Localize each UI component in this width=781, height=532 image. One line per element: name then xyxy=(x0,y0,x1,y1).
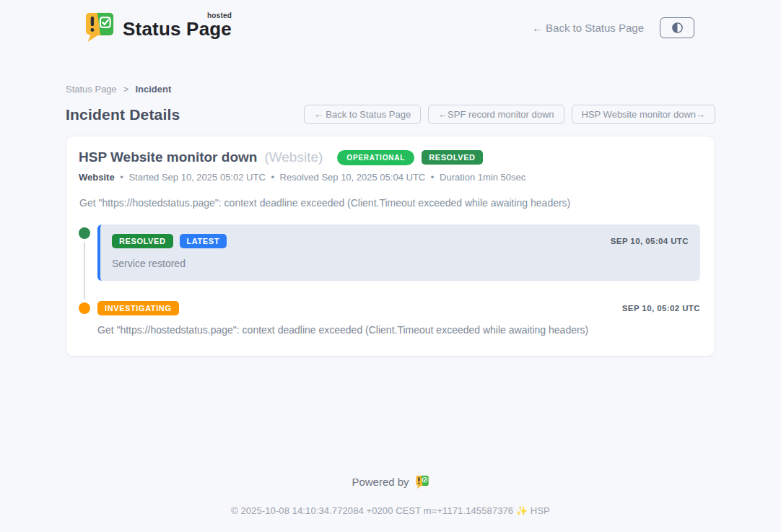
incident-nav-buttons: ← Back to Status Page ←SPF record monito… xyxy=(304,105,715,124)
back-to-status-page-link[interactable]: ← Back to Status Page xyxy=(532,22,644,34)
page-title: Incident Details xyxy=(66,106,180,123)
timeline-message: Service restored xyxy=(112,258,689,269)
meta-resolved: Resolved Sep 10, 2025 05:04 UTC xyxy=(280,172,426,183)
timeline-timestamp: SEP 10, 05:02 UTC xyxy=(622,304,700,313)
timeline-update-plain: INVESTIGATING SEP 10, 05:02 UTC Get "htt… xyxy=(97,300,700,336)
theme-toggle-button[interactable] xyxy=(660,17,694,38)
resolved-status-badge: RESOLVED xyxy=(422,150,483,165)
incident-component: (Website) xyxy=(264,149,323,165)
brand-name: Status Page xyxy=(123,19,232,39)
meta-duration: Duration 1min 50sec xyxy=(440,172,525,183)
timeline-entry-investigating: INVESTIGATING SEP 10, 05:02 UTC Get "htt… xyxy=(79,300,700,336)
breadcrumb-status-page[interactable]: Status Page xyxy=(66,84,117,95)
footer: Powered by © 2025-10-08 14:10:34.772084 … xyxy=(0,474,781,532)
breadcrumb-separator: > xyxy=(123,84,129,95)
header: hosted Status Page ← Back to Status Page xyxy=(0,0,781,43)
latest-update-badge: LATEST xyxy=(180,234,227,248)
investigating-update-badge: INVESTIGATING xyxy=(97,301,179,315)
brand-logo[interactable]: hosted Status Page xyxy=(84,10,232,43)
contrast-icon xyxy=(671,21,684,35)
timeline-dot-orange xyxy=(79,302,90,314)
meta-component: Website xyxy=(79,172,115,183)
meta-started: Started Sep 10, 2025 05:02 UTC xyxy=(128,172,265,183)
timeline-update-header: INVESTIGATING SEP 10, 05:02 UTC xyxy=(97,301,700,315)
meta-separator: • xyxy=(431,172,435,183)
incident-title: HSP Website monitor down xyxy=(79,149,257,165)
timeline-dot-green xyxy=(79,227,90,239)
breadcrumb-incident: Incident xyxy=(135,84,171,95)
timeline-update-box: RESOLVED LATEST SEP 10, 05:04 UTC Servic… xyxy=(97,224,700,281)
incident-description: Get "https://hostedstatus.page": context… xyxy=(79,197,700,209)
copyright-line: © 2025-10-08 14:10:34.772084 +0200 CEST … xyxy=(0,505,781,516)
page-root: hosted Status Page ← Back to Status Page… xyxy=(0,0,781,532)
back-to-status-page-button[interactable]: ← Back to Status Page xyxy=(304,105,421,124)
main-content: Status Page > Incident Incident Details … xyxy=(66,43,715,357)
powered-by: Powered by xyxy=(0,474,781,489)
incident-meta: Website • Started Sep 10, 2025 05:02 UTC… xyxy=(79,172,700,183)
timeline-update-header: RESOLVED LATEST SEP 10, 05:04 UTC xyxy=(112,234,689,248)
incident-card-header: HSP Website monitor down (Website) OPERA… xyxy=(79,149,700,165)
resolved-update-badge: RESOLVED xyxy=(112,234,173,248)
meta-separator: • xyxy=(271,172,274,183)
next-incident-button[interactable]: HSP Website monitor down→ xyxy=(572,105,715,124)
timeline-entry-resolved: RESOLVED LATEST SEP 10, 05:04 UTC Servic… xyxy=(79,224,700,281)
timeline-timestamp: SEP 10, 05:04 UTC xyxy=(611,237,689,245)
header-actions: ← Back to Status Page xyxy=(532,17,694,38)
incident-timeline: RESOLVED LATEST SEP 10, 05:04 UTC Servic… xyxy=(79,224,700,336)
timeline-message: Get "https://hostedstatus.page": context… xyxy=(97,324,700,336)
powered-by-logo-icon[interactable] xyxy=(415,474,429,489)
brand-logo-text: hosted Status Page xyxy=(123,10,232,39)
brand-logo-icon xyxy=(84,10,115,43)
breadcrumb: Status Page > Incident xyxy=(66,84,715,95)
prev-incident-button[interactable]: ←SPF record monitor down xyxy=(428,105,564,124)
operational-badge: OPERATIONAL xyxy=(337,150,414,165)
powered-by-label: Powered by xyxy=(352,476,409,488)
title-row: Incident Details ← Back to Status Page ←… xyxy=(66,105,715,124)
meta-separator: • xyxy=(120,172,123,183)
incident-card: HSP Website monitor down (Website) OPERA… xyxy=(66,136,715,357)
